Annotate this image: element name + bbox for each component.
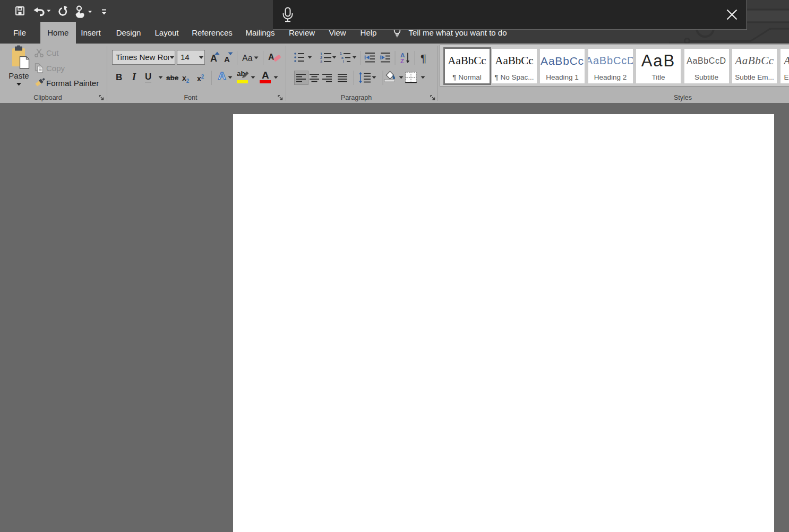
svg-text:a: a (341, 56, 344, 59)
svg-text:Z: Z (400, 58, 404, 64)
svg-text:3: 3 (320, 60, 322, 64)
svg-text:1: 1 (340, 52, 342, 55)
svg-text:1: 1 (320, 52, 322, 56)
svg-text:A: A (400, 52, 405, 58)
svg-text:A: A (218, 70, 226, 82)
svg-text:2: 2 (320, 56, 322, 59)
svg-text:i: i (343, 59, 344, 63)
svg-text:¶: ¶ (421, 52, 426, 64)
